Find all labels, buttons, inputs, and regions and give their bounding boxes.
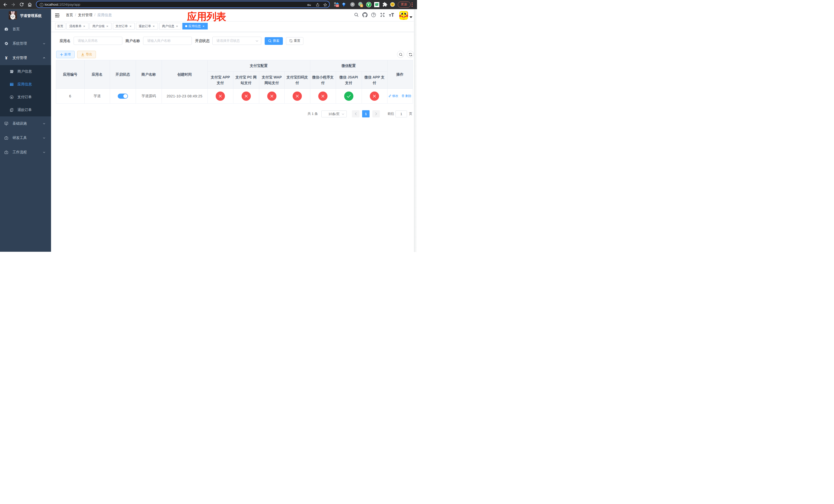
svg-text:1: 1 [361, 4, 363, 7]
svg-text:⌘: ⌘ [351, 3, 354, 6]
svg-text:10: 10 [336, 5, 338, 7]
svg-text:¥: ¥ [11, 96, 12, 99]
svg-text:¥: ¥ [5, 56, 7, 60]
